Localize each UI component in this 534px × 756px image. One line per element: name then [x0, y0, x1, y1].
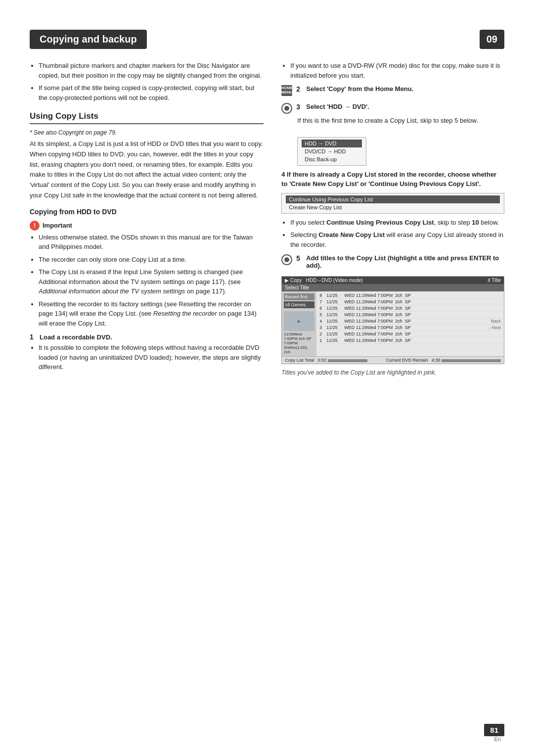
table-row: 1 11/25 WED 11:29Wed 7:00PM 2ch SP	[317, 337, 503, 344]
table-row: 2 11/25 WED 11:29Wed 7:00PM 2ch SP	[317, 331, 503, 337]
col-num: 3	[319, 325, 326, 330]
col-info: WED 11:29Wed 7:00PM 2ch SP	[344, 325, 487, 330]
step-4-header: 4 If there is already a Copy List stored…	[281, 170, 504, 189]
screen-row: HDD → DVD	[302, 140, 362, 147]
step-5-label: Add titles to the Copy List (highlight a…	[306, 254, 504, 269]
page-header: Copying and backup 09	[30, 30, 504, 49]
important-label: Important	[43, 222, 72, 229]
copy-lists-body: At its simplest, a Copy List is just a l…	[30, 139, 264, 201]
list-item: Selecting Create New Copy List will eras…	[290, 230, 504, 249]
list-item: The recorder can only store one Copy Lis…	[39, 255, 264, 265]
screen-sidebar: Recent first All Genres ▶ 11/29Wed 7:00P…	[282, 291, 316, 356]
screen-main: 8 11/25 WED 11:29Wed 7:00PM 2ch SP 7 11/…	[316, 291, 504, 356]
important-header: ! Important	[30, 221, 264, 231]
table-row: 7 11/25 WED 11:29Wed 7:00PM 2ch SP	[317, 299, 503, 305]
step-3-header: 3 Select 'HDD → DVD'.	[281, 103, 504, 114]
enter-icon-2	[281, 254, 292, 265]
col-info: WED 11:29Wed 7:00PM 2ch SP	[344, 312, 501, 317]
col-date: 11/25	[326, 319, 344, 324]
col-num: 6	[319, 306, 326, 311]
step-5: 5 Add titles to the Copy List (highlight…	[281, 254, 504, 269]
top-bullet-notes: Thumbnail picture markers and chapter ma…	[30, 61, 264, 102]
table-row: 5 11/25 WED 11:29Wed 7:00PM 2ch SP	[317, 312, 503, 318]
footer-copy-list-total: Copy List Total 0:02	[285, 358, 367, 363]
step-2: HOMEMENU 2 Select 'Copy' from the Home M…	[281, 85, 504, 96]
table-row: 4 11/25 WED 11:29Wed 7:00PM 2ch SP Back	[317, 318, 503, 325]
sidebar-item: Recent first	[284, 293, 314, 300]
important-list: Unless otherwise stated, the OSDs shown …	[30, 233, 264, 329]
button-back: Back	[491, 319, 501, 324]
step-1-row: 1 Load a recordable DVD.	[30, 333, 264, 341]
col-num: 2	[319, 331, 326, 336]
screen-row: Create New Copy List	[286, 203, 500, 211]
step-3: 3 Select 'HDD → DVD'. If this is the fir…	[281, 103, 504, 126]
col-info: WED 11:29Wed 7:00PM 2ch SP	[344, 319, 489, 324]
button-next: Next	[491, 325, 501, 330]
col-num: 1	[319, 338, 326, 343]
arrow-down-icon: ↓	[489, 325, 491, 330]
step-3-number: 3	[296, 103, 303, 111]
col-num: 5	[319, 312, 326, 317]
screen-subheader: Select Title	[282, 284, 504, 291]
preview-info: 11/29Wed 7:00PM 2ch SP7:00PM 2h00m(1.0G)…	[284, 332, 314, 354]
screen-header-right: # Title	[488, 278, 501, 283]
step-2-number: 2	[296, 85, 303, 93]
right-column: If you want to use a DVD-RW (VR mode) di…	[281, 61, 504, 377]
table-row: 6 11/25 WED 11:29Wed 7:00PM 2ch SP	[317, 305, 503, 312]
list-item: Thumbnail picture markers and chapter ma…	[39, 61, 264, 80]
step-3-label: Select 'HDD → DVD'.	[306, 103, 369, 110]
list-item: The Copy List is erased if the Input Lin…	[39, 267, 264, 296]
col-num: 4	[319, 319, 326, 324]
col-info: WED 11:29Wed 7:00PM 2ch SP	[344, 338, 501, 343]
col-date: 11/25	[326, 306, 344, 311]
step-4-bullets: If you select Continue Using Previous Co…	[281, 218, 504, 250]
copy-list-screen: ▶ Copy HDD→DVD (Video mode) # Title Sele…	[281, 276, 504, 364]
table-row: 8 11/25 WED 11:29Wed 7:00PM 2ch SP	[317, 292, 503, 299]
table-row: 3 11/25 WED 11:29Wed 7:00PM 2ch SP ↓ Nex…	[317, 325, 503, 331]
col-date: 11/25	[326, 312, 344, 317]
list-item: It is possible to complete the following…	[39, 343, 264, 372]
screen-row: Continue Using Previous Copy List	[286, 195, 500, 203]
col-info: WED 11:29Wed 7:00PM 2ch SP	[344, 331, 501, 336]
page-number: 81	[484, 724, 504, 736]
screen-body: Recent first All Genres ▶ 11/29Wed 7:00P…	[282, 291, 504, 356]
step-5-number: 5	[296, 254, 303, 262]
step-1: 1 Load a recordable DVD. It is possible …	[30, 333, 264, 372]
see-also-note: * See also Copyright on page 79.	[30, 129, 264, 136]
step-2-header: HOMEMENU 2 Select 'Copy' from the Home M…	[281, 85, 504, 96]
enter-icon	[281, 103, 292, 114]
footer-dvd-remain: Current DVD Remain 4:30	[386, 358, 501, 363]
list-item: If you want to use a DVD-RW (VR mode) di…	[290, 61, 504, 80]
screen-row: Disc Back-up	[302, 155, 362, 163]
step-1-number: 1	[30, 333, 37, 341]
step-3-subtext: If this is the first time to create a Co…	[297, 116, 504, 126]
col-date: 11/25	[326, 331, 344, 336]
list-item: If you select Continue Using Previous Co…	[290, 218, 504, 228]
screen-footer: Copy List Total 0:02 Current DVD Remain …	[282, 356, 504, 364]
col-info: WED 11:29Wed 7:00PM 2ch SP	[344, 299, 501, 304]
col-num: 7	[319, 299, 326, 304]
screen-mock-1: HDD → DVD DVD/CD → HDD Disc Back-up	[297, 137, 366, 166]
left-column: Thumbnail picture markers and chapter ma…	[30, 61, 264, 377]
copying-from-hdd-heading: Copying from HDD to DVD	[30, 208, 264, 216]
using-copy-lists-heading: Using Copy Lists	[30, 111, 264, 124]
col-date: 11/25	[326, 325, 344, 330]
preview-thumbnail: ▶	[284, 311, 314, 331]
col-info: WED 11:29Wed 7:00PM 2ch SP	[344, 293, 501, 298]
list-item: Unless otherwise stated, the OSDs shown …	[39, 233, 264, 252]
screen-row: DVD/CD → HDD	[302, 147, 362, 155]
col-date: 11/25	[326, 293, 344, 298]
chapter-number: 09	[480, 30, 504, 49]
chapter-title: Copying and backup	[30, 30, 147, 49]
right-top-bullets: If you want to use a DVD-RW (VR mode) di…	[281, 61, 504, 80]
important-box: ! Important Unless otherwise stated, the…	[30, 221, 264, 329]
list-item: Resetting the recorder to its factory se…	[39, 299, 264, 329]
home-menu-icon: HOMEMENU	[281, 85, 292, 96]
screen-mock-2: Continue Using Previous Copy List Create…	[281, 193, 504, 214]
step-1-label: Load a recordable DVD.	[40, 333, 112, 341]
step-2-label: Select 'Copy' from the Home Menu.	[306, 85, 413, 93]
page-lang: En	[494, 736, 501, 742]
col-info: WED 11:29Wed 7:00PM 2ch SP	[344, 306, 501, 311]
caption: Titles you've added to the Copy List are…	[281, 369, 504, 376]
list-item: If some part of the title being copied i…	[39, 83, 264, 102]
